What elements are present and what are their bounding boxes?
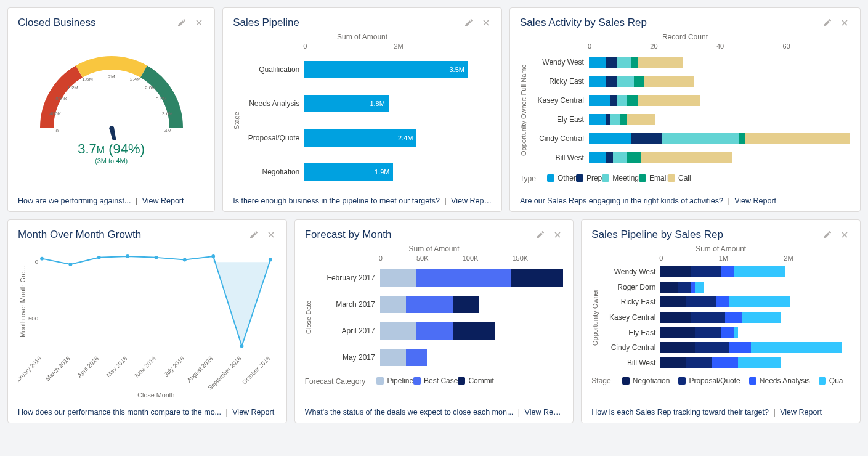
bar-segment[interactable] (686, 357, 712, 368)
legend-item[interactable]: Call (668, 174, 691, 182)
bar-segment[interactable] (589, 133, 631, 144)
bar-segment[interactable] (589, 114, 606, 125)
bar-segment[interactable] (380, 349, 407, 366)
footer-question[interactable]: Is there enough business in the pipeline… (233, 197, 440, 205)
legend-item[interactable]: Needs Analysis (749, 377, 810, 385)
bar-segment[interactable]: 2.4M (304, 129, 416, 147)
bar-segment[interactable] (686, 296, 716, 307)
bar-segment[interactable] (644, 76, 693, 87)
bar-segment[interactable] (742, 312, 781, 323)
legend-item[interactable]: Other (547, 174, 576, 182)
bar-segment[interactable] (691, 266, 721, 277)
footer-question[interactable]: How does our performance this month comp… (18, 408, 221, 417)
close-icon[interactable] (839, 229, 850, 240)
bar-segment[interactable] (380, 269, 417, 287)
bar-segment[interactable] (738, 357, 781, 368)
bar-segment[interactable] (617, 95, 627, 106)
bar-segment[interactable] (660, 266, 691, 277)
legend-item[interactable]: Commit (458, 377, 493, 385)
legend-item[interactable]: Proposal/Quote (678, 377, 740, 385)
bar-segment[interactable] (406, 349, 427, 366)
legend-item[interactable]: Best Case (413, 377, 458, 385)
bar-segment[interactable] (589, 76, 606, 87)
view-report-link[interactable]: View Report (525, 408, 564, 417)
close-icon[interactable] (839, 17, 850, 28)
bar-segment[interactable] (716, 296, 729, 307)
bar-segment[interactable] (416, 322, 453, 340)
bar-segment[interactable] (721, 327, 734, 338)
bar-segment[interactable] (691, 282, 695, 293)
edit-icon[interactable] (463, 17, 474, 28)
bar-segment[interactable] (589, 152, 606, 163)
bar-segment[interactable] (660, 342, 695, 353)
bar-segment[interactable] (695, 327, 721, 338)
bar-segment[interactable] (660, 282, 678, 293)
footer-question[interactable]: Are our Sales Reps engaging in the right… (520, 197, 723, 205)
view-report-link[interactable]: View Report (734, 197, 776, 205)
footer-question[interactable]: What's the status of the deals we expect… (305, 408, 514, 417)
bar-segment[interactable] (641, 152, 732, 163)
bar-segment[interactable] (734, 327, 738, 338)
bar-segment[interactable] (660, 296, 686, 307)
legend-item[interactable]: Negotiation (622, 377, 670, 385)
bar-segment[interactable] (725, 312, 742, 323)
legend-item[interactable]: Meeting (602, 174, 639, 182)
bar-segment[interactable] (380, 322, 417, 340)
bar-segment[interactable] (617, 76, 634, 87)
bar-segment[interactable] (739, 133, 745, 144)
footer-question[interactable]: How is each Sales Rep tracking toward th… (591, 408, 769, 417)
bar-segment[interactable] (589, 95, 610, 106)
bar-segment[interactable] (453, 322, 495, 340)
view-report-link[interactable]: View Report (780, 408, 822, 417)
bar-segment[interactable] (606, 76, 617, 87)
bar-segment[interactable]: 3.5M (304, 61, 468, 78)
bar-segment[interactable] (610, 114, 620, 125)
footer-question[interactable]: How are we performing against... (18, 197, 131, 205)
bar-segment[interactable] (660, 357, 686, 368)
bar-segment[interactable] (695, 342, 729, 353)
bar-segment[interactable] (453, 296, 480, 313)
edit-icon[interactable] (176, 17, 187, 28)
bar-segment[interactable] (631, 57, 638, 68)
bar-segment[interactable] (613, 152, 627, 163)
edit-icon[interactable] (535, 229, 546, 240)
bar-segment[interactable] (406, 296, 453, 313)
edit-icon[interactable] (248, 229, 259, 240)
bar-segment[interactable] (745, 133, 850, 144)
legend-item[interactable]: Prep (576, 174, 602, 182)
bar-segment[interactable] (662, 133, 739, 144)
bar-segment[interactable] (721, 266, 734, 277)
bar-segment[interactable] (627, 95, 638, 106)
bar-segment[interactable] (627, 114, 655, 125)
bar-segment[interactable] (627, 152, 641, 163)
bar-segment[interactable] (589, 57, 606, 68)
bar-segment[interactable] (606, 152, 613, 163)
bar-segment[interactable] (631, 133, 662, 144)
bar-segment[interactable] (660, 312, 691, 323)
bar-segment[interactable] (695, 282, 704, 293)
edit-icon[interactable] (822, 17, 833, 28)
bar-segment[interactable] (638, 95, 700, 106)
bar-segment[interactable]: 1.9M (304, 163, 393, 181)
bar-segment[interactable] (751, 342, 842, 353)
view-report-link[interactable]: View Report (232, 408, 274, 417)
bar-segment[interactable] (511, 269, 563, 287)
bar-segment[interactable] (678, 282, 691, 293)
bar-segment[interactable] (620, 114, 627, 125)
legend-item[interactable]: Email (639, 174, 668, 182)
bar-segment[interactable] (660, 327, 695, 338)
close-icon[interactable] (266, 229, 277, 240)
bar-segment[interactable] (416, 269, 511, 287)
bar-segment[interactable] (617, 57, 631, 68)
legend-item[interactable]: Pipeline (376, 377, 413, 385)
bar-segment[interactable] (712, 357, 738, 368)
close-icon[interactable] (481, 17, 492, 28)
bar-segment[interactable] (729, 342, 751, 353)
view-report-link[interactable]: View Report (142, 197, 184, 205)
close-icon[interactable] (193, 17, 205, 28)
bar-segment[interactable] (380, 296, 407, 313)
bar-segment[interactable] (634, 76, 644, 87)
bar-segment[interactable] (729, 296, 790, 307)
bar-segment[interactable] (691, 312, 725, 323)
bar-segment[interactable] (610, 95, 617, 106)
